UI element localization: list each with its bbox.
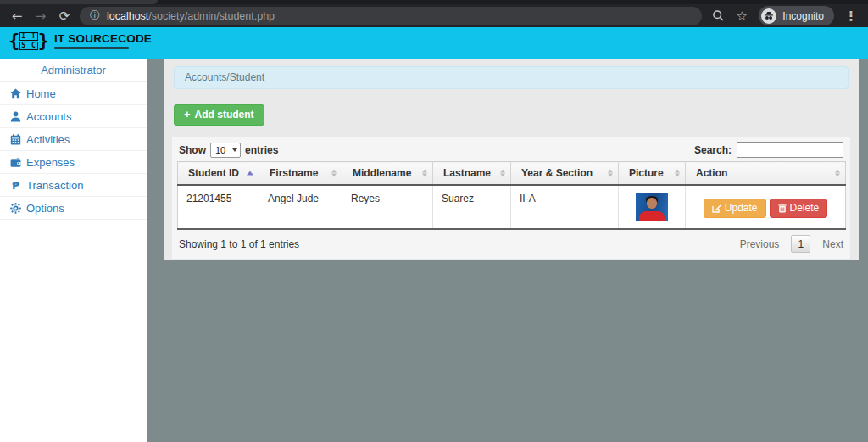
sidebar-item-label: Transaction [26, 179, 83, 192]
update-label: Update [725, 202, 758, 214]
sidebar-item-accounts[interactable]: Accounts [0, 105, 147, 128]
datatable-panel: Show 10 entries Search: Student ID First… [172, 137, 850, 259]
sort-icon [835, 170, 840, 177]
table-footer: Showing 1 to 1 of 1 entries Previous 1 N… [177, 235, 845, 255]
sidebar-item-expenses[interactable]: Expenses [0, 151, 147, 174]
site-info-icon[interactable]: ⓘ [90, 8, 100, 23]
cell-action: Update Delete [686, 185, 846, 229]
incognito-label: Incognito [782, 10, 824, 22]
sidebar-item-label: Options [26, 202, 64, 215]
table-info: Showing 1 to 1 of 1 entries [179, 238, 299, 250]
search-input[interactable] [737, 142, 843, 158]
cell-middlename: Reyes [342, 185, 433, 229]
add-student-button[interactable]: + Add student [174, 104, 264, 126]
logo-initials-top: I T [19, 32, 37, 41]
entries-length-control: Show 10 entries [179, 143, 278, 158]
column-header-student-id[interactable]: Student ID [178, 162, 259, 186]
table-controls: Show 10 entries Search: [177, 141, 845, 159]
entries-select[interactable]: 10 [210, 143, 241, 158]
column-header-lastname[interactable]: Lastname [433, 162, 511, 186]
column-header-firstname[interactable]: Firstname [259, 162, 342, 186]
column-header-picture[interactable]: Picture [619, 162, 686, 186]
url-text: localhost/society/admin/student.php [107, 10, 275, 22]
logo-initials-bottom: S C [19, 42, 37, 50]
bookmark-star-icon[interactable]: ☆ [733, 8, 750, 25]
sidebar-item-label: Expenses [26, 156, 75, 169]
logo-tagline [54, 47, 129, 49]
pagination-next[interactable]: Next [822, 238, 843, 250]
student-photo[interactable] [636, 193, 668, 221]
incognito-spy-icon [761, 8, 776, 24]
logo-initials: I T S C [19, 32, 37, 50]
column-label: Lastname [443, 167, 491, 179]
brand-name: IT SOURCECODE [54, 32, 152, 45]
app-logo: { I T S C } IT SOURCECODE [8, 31, 152, 50]
content-area: Accounts/Student + Add student Show 10 e… [164, 59, 859, 260]
search-label: Search: [694, 144, 732, 156]
column-label: Year & Section [521, 167, 593, 179]
url-path: /society/admin/student.php [148, 10, 275, 22]
entries-select-value: 10 [215, 145, 225, 155]
sidebar-item-label: Accounts [26, 110, 71, 123]
forward-icon[interactable]: → [32, 8, 49, 25]
pagination-page-1[interactable]: 1 [791, 235, 810, 253]
column-header-year-section[interactable]: Year & Section [511, 162, 619, 186]
photo-shirt [639, 211, 665, 221]
app-navbar: { I T S C } IT SOURCECODE [0, 27, 868, 59]
user-icon [10, 111, 21, 122]
photo-face [647, 198, 657, 209]
sidebar-item-label: Home [26, 87, 56, 100]
column-label: Picture [629, 167, 664, 179]
sort-icon [675, 170, 680, 177]
logo-text-column: IT SOURCECODE [54, 32, 152, 49]
column-header-middlename[interactable]: Middlename [342, 162, 433, 186]
browser-chrome: ← → ⟳ ⓘ localhost/society/admin/student.… [0, 0, 868, 27]
trash-icon [778, 204, 787, 213]
back-icon[interactable]: ← [8, 8, 25, 25]
sort-icon [422, 170, 427, 177]
add-student-label: Add student [195, 109, 254, 120]
breadcrumb: Accounts/Student [174, 66, 849, 89]
sort-icon [331, 170, 337, 177]
logo-brace-right: } [38, 31, 49, 50]
peso-icon: ₱ [10, 179, 21, 192]
incognito-badge[interactable]: Incognito [759, 6, 834, 25]
sidebar-item-transaction[interactable]: ₱ Transaction [0, 174, 147, 197]
show-label: Show [179, 144, 206, 156]
reload-icon[interactable]: ⟳ [56, 8, 73, 25]
sidebar-item-activities[interactable]: Activities [0, 128, 147, 151]
pagination: Previous 1 Next [740, 235, 843, 253]
zoom-icon[interactable] [712, 9, 725, 22]
students-table: Student ID Firstname Middlename Lastname… [177, 161, 846, 230]
sort-icon [608, 170, 613, 177]
action-buttons: Update Delete [694, 193, 837, 221]
delete-label: Delete [790, 202, 820, 214]
toolbar-right: ☆ Incognito ⋮ [712, 6, 860, 25]
column-label: Action [696, 167, 727, 179]
update-button[interactable]: Update [704, 199, 766, 218]
sidebar-item-options[interactable]: Options [0, 197, 147, 220]
column-label: Student ID [188, 167, 239, 179]
table-row: 21201455 Angel Jude Reyes Suarez II-A [178, 185, 846, 229]
calendar-icon [10, 134, 21, 145]
wallet-icon [10, 157, 21, 168]
browser-menu-icon[interactable]: ⋮ [843, 8, 860, 25]
gear-icon [10, 203, 21, 214]
column-header-action[interactable]: Action [686, 162, 846, 186]
logo-brace-left: { [8, 31, 19, 50]
cell-firstname: Angel Jude [259, 185, 342, 229]
delete-button[interactable]: Delete [770, 199, 828, 218]
cell-year-section: II-A [511, 185, 619, 229]
sidebar: Administrator Home Accounts Activities E… [0, 59, 147, 442]
column-label: Firstname [270, 167, 318, 179]
plus-icon: + [184, 109, 191, 120]
url-bar[interactable]: ⓘ localhost/society/admin/student.php [80, 7, 702, 25]
pagination-previous[interactable]: Previous [740, 238, 780, 250]
table-header-row: Student ID Firstname Middlename Lastname… [178, 162, 846, 186]
sort-asc-icon [247, 171, 253, 176]
home-icon [10, 88, 21, 99]
url-host: localhost [107, 10, 148, 22]
sidebar-item-home[interactable]: Home [0, 82, 147, 105]
chevron-down-icon [232, 148, 237, 152]
cell-picture [619, 185, 686, 229]
